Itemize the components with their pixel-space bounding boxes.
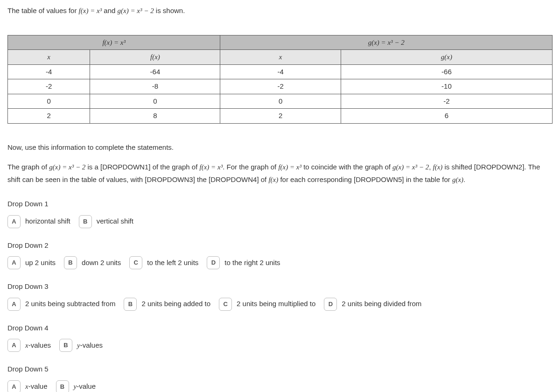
instruction-text: Now, use this information to complete th…	[7, 142, 553, 153]
dropdown-options: Ahorizontal shiftBvertical shift	[7, 215, 553, 228]
dropdown-option[interactable]: Bdown 2 units	[64, 256, 121, 269]
option-letter-badge: A	[7, 256, 21, 269]
option-letter-badge: D	[324, 298, 337, 311]
dropdown-title: Drop Down 3	[7, 281, 553, 292]
option-letter-badge: A	[7, 298, 21, 311]
gx-header: g(x) = x³ − 2	[220, 35, 553, 50]
option-letter-badge: B	[124, 298, 137, 311]
option-label: 2 units being multiplied to	[237, 299, 315, 309]
option-label: 2 units being divided from	[342, 299, 421, 309]
dropdown-option[interactable]: Dto the right 2 units	[207, 256, 280, 269]
dropdown-option[interactable]: Cto the left 2 units	[129, 256, 198, 269]
table-row: 0 0 0 -2	[8, 94, 553, 109]
option-label: to the left 2 units	[147, 258, 198, 268]
option-label: horizontal shift	[25, 216, 70, 227]
dropdown-title: Drop Down 4	[7, 323, 553, 334]
option-letter-badge: B	[64, 256, 77, 269]
dropdown-option[interactable]: Aup 2 units	[7, 256, 56, 269]
option-label: down 2 units	[82, 258, 121, 268]
intro-and: and	[102, 7, 117, 14]
option-letter-badge: B	[79, 215, 92, 228]
intro-text: The table of values for f(x) = x³ and g(…	[7, 6, 553, 16]
fx-header: f(x) = x³	[8, 35, 220, 50]
option-label: 2 units being added to	[141, 299, 210, 309]
option-label: up 2 units	[25, 258, 56, 268]
dropdown-options: Aup 2 unitsBdown 2 unitsCto the left 2 u…	[7, 256, 553, 269]
dropdown-options: A2 units being subtracted fromB2 units b…	[7, 298, 553, 311]
option-label: vertical shift	[97, 216, 133, 227]
option-label: x-value	[25, 381, 48, 392]
dropdown-group: Drop Down 5Ax-valueBy-value	[7, 364, 553, 392]
dropdown-group: Drop Down 4Ax-valuesBy-values	[7, 323, 553, 352]
g-def: g(x) = x³ − 2	[118, 7, 154, 14]
option-label: to the right 2 units	[224, 258, 280, 268]
table-row: 2 8 2 6	[8, 109, 553, 124]
dropdown-group: Drop Down 2Aup 2 unitsBdown 2 unitsCto t…	[7, 240, 553, 270]
dropdown-options: Ax-valuesBy-values	[7, 339, 553, 352]
col-fx: f(x)	[90, 50, 220, 65]
dropdown-options: Ax-valueBy-value	[7, 380, 553, 392]
dropdown-title: Drop Down 5	[7, 364, 553, 375]
fill-in-paragraph: The graph of g(x) = x³ − 2 is a [DROPDOW…	[7, 161, 553, 186]
option-label: x-values	[25, 340, 51, 351]
dropdown-option[interactable]: Ax-value	[7, 380, 48, 392]
option-letter-badge: A	[7, 380, 21, 392]
dropdown-option[interactable]: By-values	[59, 339, 103, 352]
option-letter-badge: B	[56, 380, 69, 392]
dropdown-option[interactable]: Ahorizontal shift	[7, 215, 70, 228]
option-letter-badge: D	[207, 256, 220, 269]
option-letter-badge: A	[7, 339, 21, 352]
dropdown-option[interactable]: Ax-values	[7, 339, 51, 352]
option-label: y-values	[77, 340, 103, 351]
col-gx: g(x)	[341, 50, 552, 65]
option-letter-badge: C	[219, 298, 232, 311]
intro-suffix: is shown.	[154, 7, 185, 14]
intro-prefix: The table of values for	[7, 7, 79, 14]
dropdown-option[interactable]: B2 units being added to	[124, 298, 210, 311]
dropdown-title: Drop Down 1	[7, 199, 553, 210]
option-label: y-value	[74, 381, 96, 392]
dropdown-option[interactable]: By-value	[56, 380, 96, 392]
option-label: 2 units being subtracted from	[25, 299, 115, 309]
dropdown-option[interactable]: C2 units being multiplied to	[219, 298, 315, 311]
dropdown-title: Drop Down 2	[7, 240, 553, 251]
values-table: f(x) = x³ g(x) = x³ − 2 x f(x) x g(x) -4…	[7, 35, 553, 124]
table-row: -2 -8 -2 -10	[8, 79, 553, 94]
option-letter-badge: B	[59, 339, 72, 352]
f-def: f(x) = x³	[79, 7, 102, 14]
option-letter-badge: A	[7, 215, 21, 228]
table-row: -4 -64 -4 -66	[8, 64, 553, 79]
dropdown-option[interactable]: Bvertical shift	[79, 215, 133, 228]
col-x-g: x	[220, 50, 341, 65]
dropdown-option[interactable]: A2 units being subtracted from	[7, 298, 115, 311]
dropdown-option[interactable]: D2 units being divided from	[324, 298, 421, 311]
dropdown-group: Drop Down 3A2 units being subtracted fro…	[7, 281, 553, 311]
col-x-f: x	[8, 50, 90, 65]
option-letter-badge: C	[129, 256, 142, 269]
dropdown-group: Drop Down 1Ahorizontal shiftBvertical sh…	[7, 199, 553, 228]
